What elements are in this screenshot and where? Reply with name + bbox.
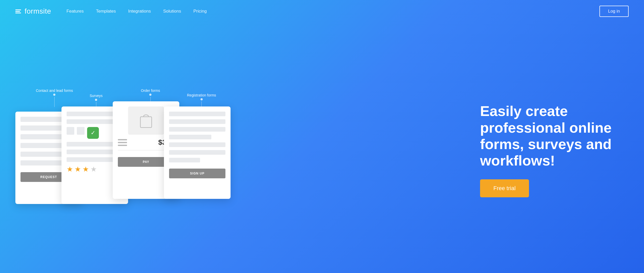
registration-form-card: SIGN UP <box>164 106 231 199</box>
order-dot <box>149 94 151 96</box>
free-trial-button[interactable]: Free trial <box>480 179 529 197</box>
field-row <box>169 119 225 124</box>
navbar: formsite Features Templates Integrations… <box>0 0 644 23</box>
svg-rect-0 <box>140 117 152 128</box>
nav-pricing[interactable]: Pricing <box>193 9 207 14</box>
field-row <box>169 142 225 147</box>
field-row <box>169 158 200 162</box>
shopping-bag-svg <box>138 112 154 130</box>
nav-features[interactable]: Features <box>67 9 84 14</box>
logo[interactable]: formsite <box>15 7 51 15</box>
star-1: ★ <box>67 165 73 173</box>
checkbox-checked: ✓ <box>87 127 99 139</box>
field-row <box>169 150 225 155</box>
hero-heading: Easily create professional online forms,… <box>480 103 618 169</box>
contact-dot <box>53 94 55 96</box>
star-3: ★ <box>82 165 89 173</box>
logo-text: formsite <box>25 7 51 15</box>
registration-dot <box>201 98 203 100</box>
nav-solutions[interactable]: Solutions <box>163 9 181 14</box>
survey-dot <box>95 99 97 101</box>
contact-line <box>54 97 55 107</box>
price-lines <box>118 139 127 146</box>
star-2: ★ <box>75 165 81 173</box>
nav-links: Features Templates Integrations Solution… <box>67 9 599 14</box>
field-row <box>169 112 225 116</box>
login-button[interactable]: Log in <box>599 6 629 17</box>
nav-templates[interactable]: Templates <box>96 9 116 14</box>
star-4: ★ <box>90 165 97 173</box>
logo-icon <box>15 9 21 13</box>
checkbox-item <box>77 127 85 135</box>
hero-section: Contact and lead forms Surveys Order for… <box>0 23 644 272</box>
field-row <box>169 135 211 139</box>
contact-label: Contact and lead forms <box>36 89 73 107</box>
checkbox-item <box>67 127 74 135</box>
nav-integrations[interactable]: Integrations <box>128 9 151 14</box>
nav-right: Log in <box>599 6 629 17</box>
signup-button[interactable]: SIGN UP <box>169 169 225 178</box>
hero-text-area: Easily create professional online forms,… <box>480 103 629 197</box>
forms-illustration: Contact and lead forms Surveys Order for… <box>15 86 259 214</box>
field-row <box>169 127 225 132</box>
bag-icon <box>128 106 164 135</box>
